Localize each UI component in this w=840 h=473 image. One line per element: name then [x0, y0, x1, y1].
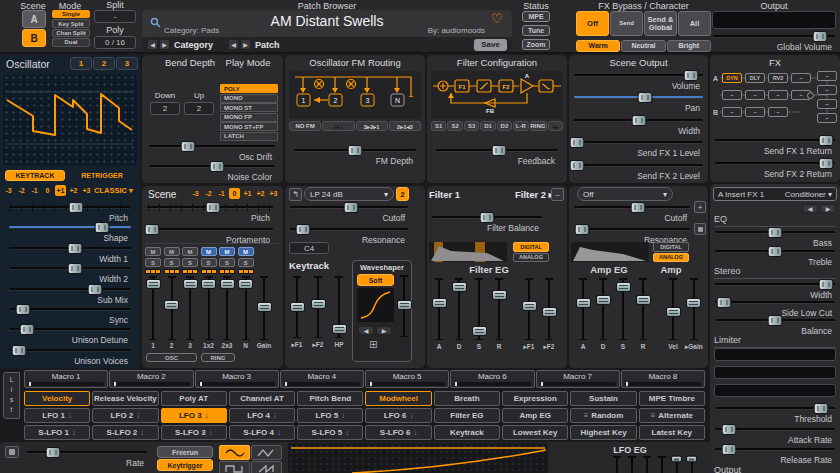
octave-option[interactable]: 0 [229, 188, 240, 199]
filter-config-option[interactable]: S3 [464, 121, 479, 131]
scene-output-slider[interactable]: Pan [573, 92, 704, 114]
freerun-button[interactable]: Freerun [157, 446, 213, 458]
fx-bypass-option[interactable]: All [678, 11, 711, 36]
keytrigger-button[interactable]: Keytrigger [157, 459, 213, 471]
status-button[interactable]: Zoom [522, 39, 550, 50]
eg-routing-slider[interactable]: ▸F2 [541, 278, 557, 351]
lfo-eg-slider[interactable] [655, 456, 668, 473]
bend-up-value[interactable]: 2 [184, 102, 214, 115]
limiter-slider[interactable]: Release Rate [714, 444, 836, 465]
filter1-param-slider[interactable]: Cutoff [289, 202, 409, 224]
mod-source-button[interactable]: Amp EG [502, 408, 568, 423]
eg-adsr-slider[interactable]: S [615, 278, 631, 351]
patch-nav-label[interactable]: Patch [255, 40, 280, 50]
mute-button[interactable]: M [164, 247, 180, 256]
mod-source-button[interactable]: LFO 4 ↓ [229, 408, 295, 423]
fx-slot[interactable]: – [817, 99, 837, 109]
mod-source-button[interactable]: Latest Key [639, 425, 705, 440]
amp-routing-slider[interactable]: Vel [665, 278, 681, 351]
mute-button[interactable]: M [145, 247, 161, 256]
channel-level-slider[interactable] [238, 276, 254, 340]
mod-source-button[interactable]: LFO 1 ↓ [24, 408, 90, 423]
octave-option[interactable]: +1 [242, 188, 253, 199]
mod-source-button[interactable]: Velocity [24, 391, 90, 406]
waveshaper-matrix-icon[interactable]: ⊞ [369, 339, 377, 350]
eg-adsr-slider[interactable]: D [595, 278, 611, 351]
oscillator-tab[interactable]: 1 [70, 57, 92, 70]
fx-slot[interactable]: – [745, 90, 765, 100]
limiter-slider[interactable]: Threshold [714, 403, 836, 424]
channel-level-slider[interactable] [219, 276, 235, 340]
mod-source-button[interactable]: Channel AT [229, 391, 295, 406]
fx-slot[interactable]: – [817, 113, 837, 123]
limiter-slider[interactable]: Attack Rate [714, 424, 836, 445]
mod-source-button[interactable]: Poly AT [161, 391, 227, 406]
oscillator-tab[interactable]: 3 [116, 57, 138, 70]
mod-source-button[interactable]: ≡ Alternate [639, 408, 705, 423]
stereo-slider[interactable]: Width [714, 279, 836, 297]
analog-mode-button[interactable]: ANALOG [513, 253, 549, 263]
oscillator-tab[interactable]: 2 [93, 57, 115, 70]
lfo-eg-slider[interactable] [670, 456, 683, 473]
fm-routing-option[interactable]: 2▸1◂3 [389, 121, 421, 131]
channel-level-slider[interactable] [145, 276, 161, 340]
prev-category-button[interactable]: ◀ [147, 39, 158, 50]
lfo-eg-slider[interactable] [685, 456, 698, 473]
osc-param-slider[interactable]: Width 1 [8, 243, 132, 263]
play-mode-option[interactable]: MONO FP [220, 113, 278, 122]
channel-level-slider[interactable] [201, 276, 217, 340]
fx-slot[interactable]: – [768, 90, 788, 100]
octave-option[interactable]: +2 [68, 185, 79, 196]
digital-mode-button[interactable]: DIGITAL [513, 242, 549, 252]
eg-adsr-slider[interactable]: A [431, 278, 447, 351]
filter-config-option[interactable]: D1 [480, 121, 495, 131]
osc-param-slider[interactable]: Pitch [8, 202, 132, 222]
mute-button[interactable]: M [238, 247, 254, 256]
octave-option[interactable]: +3 [81, 185, 92, 196]
mod-source-button[interactable]: Breath [434, 391, 500, 406]
osc-param-slider[interactable]: Width 2 [8, 263, 132, 283]
octave-option[interactable]: +2 [255, 188, 266, 199]
octave-option[interactable]: -2 [203, 188, 214, 199]
search-icon[interactable] [150, 14, 161, 32]
solo-button[interactable]: S [238, 258, 254, 267]
lfo-eg-slider[interactable] [610, 456, 623, 473]
prev-patch-button[interactable]: ◀ [228, 39, 239, 50]
mod-source-button[interactable]: S-LFO 5 ↓ [297, 425, 363, 440]
mute-button[interactable]: M [201, 247, 217, 256]
lfo-rate-slider[interactable]: Rate [26, 447, 148, 468]
filter1-type-dropdown[interactable]: LP 24 dB▾ [304, 187, 394, 201]
octave-option[interactable]: +1 [55, 185, 66, 196]
next-category-button[interactable]: ▶ [159, 39, 170, 50]
filter-balance-slider[interactable]: Filter Balance [431, 212, 543, 233]
channel-level-slider[interactable] [256, 276, 272, 340]
stereo-slider[interactable]: Balance [714, 315, 836, 333]
lfo-eg-slider[interactable] [625, 456, 638, 473]
mod-source-button[interactable]: S-LFO 2 ↓ [92, 425, 158, 440]
global-volume-slider[interactable]: Global Volume [712, 31, 836, 52]
mod-source-button[interactable]: S-LFO 4 ↓ [229, 425, 295, 440]
macro-cell[interactable]: Macro 5 [365, 370, 449, 388]
next-shaper-button[interactable]: ▶ [376, 326, 392, 335]
mod-source-button[interactable]: S-LFO 3 ↓ [161, 425, 227, 440]
bend-down-value[interactable]: 2 [150, 102, 180, 115]
patch-browser[interactable]: Category: Pads AM Distant Swells By: aud… [142, 10, 512, 52]
fx-slot[interactable]: – [722, 107, 742, 117]
mute-button[interactable]: M [219, 247, 235, 256]
insert-fx-selector[interactable]: A Insert FX 1 Conditioner ▾ [713, 187, 837, 201]
filter-routing-icon[interactable]: ↰ [289, 188, 302, 201]
filter2-link-button[interactable]: – [551, 188, 564, 201]
macro-cell[interactable]: Macro 3 [195, 370, 279, 388]
mod-source-button[interactable]: S-LFO 1 ↓ [24, 425, 90, 440]
fx-slot[interactable]: – [817, 71, 837, 81]
mod-source-button[interactable]: Sustain [570, 391, 636, 406]
filter2-name[interactable]: Filter 2 ▸ [515, 189, 554, 200]
mode-option[interactable]: Key Split [52, 19, 90, 27]
analog-mode-button[interactable]: ANALOG [653, 253, 689, 263]
lfo-eg-slider[interactable] [640, 456, 653, 473]
solo-button[interactable]: S [145, 258, 161, 267]
scene-param-slider[interactable]: Pitch [146, 202, 274, 224]
macro-cell[interactable]: Macro 1 [24, 370, 108, 388]
fx-return-slider[interactable]: Send FX 2 Return [714, 158, 836, 181]
mode-option[interactable]: Single [52, 10, 90, 18]
